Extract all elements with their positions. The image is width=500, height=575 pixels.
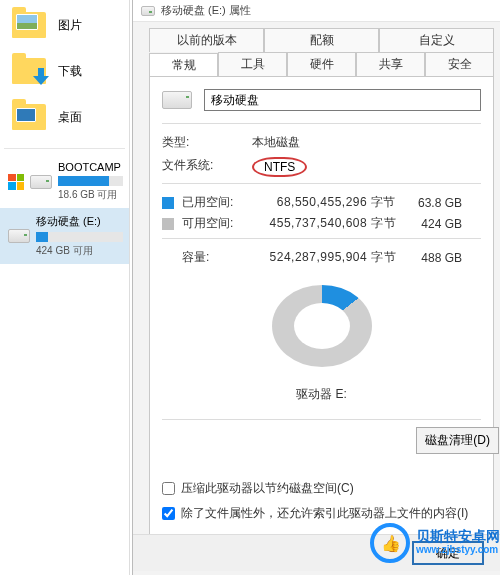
drive-icon <box>141 6 155 16</box>
drive-item-removable[interactable]: 移动硬盘 (E:) 424 GB 可用 <box>0 208 129 264</box>
divider <box>162 183 481 184</box>
sidebar-item-label: 桌面 <box>58 109 82 126</box>
type-value: 本地磁盘 <box>252 134 300 151</box>
index-label: 除了文件属性外，还允许索引此驱动器上文件的内容(I) <box>181 505 468 522</box>
disk-cleanup-button[interactable]: 磁盘清理(D) <box>416 427 499 454</box>
sidebar-item-label: 下载 <box>58 63 82 80</box>
windows-icon <box>8 174 24 190</box>
sidebar-item-pictures[interactable]: 图片 <box>0 4 129 50</box>
drive-icon <box>30 175 52 189</box>
index-checkbox-row[interactable]: 除了文件属性外，还允许索引此驱动器上文件的内容(I) <box>162 505 481 522</box>
used-swatch-icon <box>162 197 174 209</box>
drive-usage-bar <box>58 176 123 186</box>
drive-icon <box>8 229 30 243</box>
capacity-human: 488 GB <box>402 251 462 265</box>
sidebar-item-downloads[interactable]: 下载 <box>0 50 129 96</box>
drive-letter-label: 驱动器 E: <box>296 386 347 403</box>
used-bytes: 68,550,455,296 字节 <box>252 194 402 211</box>
dialog-title: 移动硬盘 (E:) 属性 <box>161 3 251 18</box>
pictures-folder-icon <box>12 12 46 38</box>
dialog-titlebar[interactable]: 移动硬盘 (E:) 属性 <box>133 0 500 22</box>
drive-info: BOOTCAMP 18.6 GB 可用 <box>58 161 123 202</box>
dialog-tabs: 以前的版本 配额 自定义 常规 工具 硬件 共享 安全 <box>133 22 500 76</box>
tab-customize[interactable]: 自定义 <box>379 28 494 52</box>
drive-name: BOOTCAMP <box>58 161 123 173</box>
watermark-logo-icon <box>370 523 410 563</box>
drive-usage-bar <box>36 232 123 242</box>
divider <box>162 419 481 420</box>
divider <box>162 238 481 239</box>
free-human: 424 GB <box>402 217 462 231</box>
usage-donut-chart <box>272 285 372 367</box>
sidebar-divider <box>4 148 125 149</box>
downloads-folder-icon <box>12 58 46 84</box>
compress-checkbox[interactable] <box>162 482 175 495</box>
free-label: 可用空间: <box>182 215 252 232</box>
capacity-bytes: 524,287,995,904 字节 <box>252 249 402 266</box>
tab-sharing[interactable]: 共享 <box>356 52 425 76</box>
watermark-url: www.zjbstyy.com <box>416 543 500 557</box>
drive-name-input[interactable] <box>204 89 481 111</box>
type-label: 类型: <box>162 134 232 151</box>
explorer-sidebar: 图片 下载 桌面 BOOTCAMP 18.6 GB 可用 移动硬盘 (E:) 4… <box>0 0 130 575</box>
free-bytes: 455,737,540,608 字节 <box>252 215 402 232</box>
drive-name: 移动硬盘 (E:) <box>36 214 123 229</box>
filesystem-value: NTFS <box>252 157 307 177</box>
compress-checkbox-row[interactable]: 压缩此驱动器以节约磁盘空间(C) <box>162 480 481 497</box>
properties-dialog: 移动硬盘 (E:) 属性 以前的版本 配额 自定义 常规 工具 硬件 共享 安全… <box>132 0 500 575</box>
filesystem-label: 文件系统: <box>162 157 232 177</box>
divider <box>162 123 481 124</box>
used-label: 已用空间: <box>182 194 252 211</box>
capacity-label: 容量: <box>182 249 252 266</box>
general-panel: 类型: 本地磁盘 文件系统: NTFS 已用空间: 68,550,455,296… <box>149 76 494 546</box>
compress-label: 压缩此驱动器以节约磁盘空间(C) <box>181 480 354 497</box>
sidebar-item-label: 图片 <box>58 17 82 34</box>
tab-general[interactable]: 常规 <box>149 53 218 77</box>
desktop-folder-icon <box>12 104 46 130</box>
drive-free-text: 18.6 GB 可用 <box>58 188 123 202</box>
watermark-title: 贝斯特安卓网 <box>416 529 500 543</box>
tab-hardware[interactable]: 硬件 <box>287 52 356 76</box>
drive-item-bootcamp[interactable]: BOOTCAMP 18.6 GB 可用 <box>0 155 129 208</box>
watermark: 贝斯特安卓网 www.zjbstyy.com <box>370 523 500 563</box>
tab-previous-versions[interactable]: 以前的版本 <box>149 28 264 52</box>
used-human: 63.8 GB <box>402 196 462 210</box>
drive-icon <box>162 91 192 109</box>
tab-quota[interactable]: 配额 <box>264 28 379 52</box>
drive-info: 移动硬盘 (E:) 424 GB 可用 <box>36 214 123 258</box>
index-checkbox[interactable] <box>162 507 175 520</box>
drive-free-text: 424 GB 可用 <box>36 244 123 258</box>
tab-security[interactable]: 安全 <box>425 52 494 76</box>
sidebar-item-desktop[interactable]: 桌面 <box>0 96 129 142</box>
tab-tools[interactable]: 工具 <box>218 52 287 76</box>
space-table: 已用空间: 68,550,455,296 字节 63.8 GB 可用空间: 45… <box>162 194 481 232</box>
free-swatch-icon <box>162 218 174 230</box>
